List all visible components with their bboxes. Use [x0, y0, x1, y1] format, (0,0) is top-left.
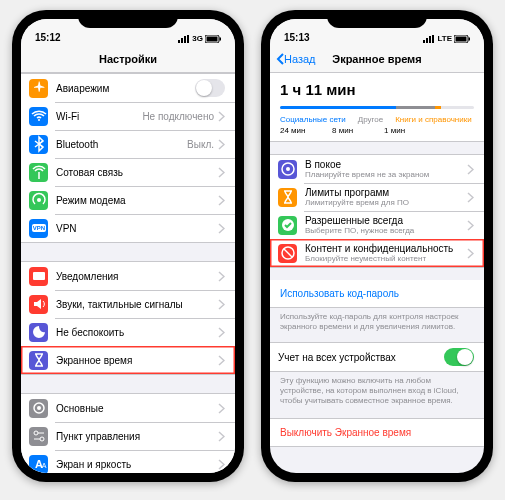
settings-row[interactable]: Основные: [21, 394, 235, 422]
legend-value: 24 мин: [280, 126, 320, 135]
row-title: Авиарежим: [56, 83, 195, 94]
signal-icon: [423, 35, 435, 43]
row-subtitle: Выберите ПО, нужное всегда: [305, 226, 467, 235]
settings-row[interactable]: Контент и конфиденциальностьБлокируйте н…: [270, 239, 484, 267]
notch: [327, 10, 427, 28]
settings-row[interactable]: Экранное время: [21, 346, 235, 374]
legend-label: Книги и справочники: [395, 115, 472, 124]
battery-icon: [205, 35, 221, 43]
settings-row[interactable]: Уведомления: [21, 262, 235, 290]
settings-row[interactable]: Лимиты программЛимитируйте время для ПО: [270, 183, 484, 211]
signal-icon: [178, 35, 190, 43]
svg-rect-25: [456, 36, 467, 41]
chevron-right-icon: [467, 220, 474, 231]
settings-row[interactable]: Разрешенные всегдаВыберите ПО, нужное вс…: [270, 211, 484, 239]
share-across-devices-row[interactable]: Учет на всех устройствах: [270, 343, 484, 371]
legend-label: Социальные сети: [280, 115, 346, 124]
use-passcode-link[interactable]: Использовать код-пароль: [270, 280, 484, 308]
svg-point-7: [38, 119, 40, 121]
wifi-icon: [29, 107, 48, 126]
phone-right: 15:13 LTE Назад Экранное время 1 ч 11 ми…: [261, 10, 493, 482]
chevron-right-icon: [218, 167, 225, 178]
settings-row[interactable]: Режим модема: [21, 186, 235, 214]
svg-rect-2: [184, 36, 186, 43]
usage-segment: [435, 106, 441, 109]
legend-value: 8 мин: [332, 126, 372, 135]
row-title: Экран и яркость: [56, 459, 218, 470]
chevron-right-icon: [218, 139, 225, 150]
svg-point-16: [40, 437, 44, 441]
chevron-right-icon: [218, 223, 225, 234]
chevron-right-icon: [218, 327, 225, 338]
settings-list[interactable]: Авиарежим Wi-Fi Не подключено Bluetooth …: [21, 73, 235, 473]
nav-header: Назад Экранное время: [270, 45, 484, 73]
settings-group: Уведомления Звуки, тактильные сигналы Не…: [21, 261, 235, 375]
screentime-options: В покоеПланируйте время не за экраном Ли…: [270, 154, 484, 268]
row-value: Выкл.: [187, 139, 214, 150]
toggle[interactable]: [195, 79, 225, 97]
turn-off-link[interactable]: Выключить Экранное время: [270, 418, 484, 447]
passcode-hint: Используйте код-пароль для контроля наст…: [270, 308, 484, 338]
settings-row[interactable]: Пункт управления: [21, 422, 235, 450]
row-subtitle: Блокируйте неуместный контент: [305, 254, 467, 263]
screen-right: 15:13 LTE Назад Экранное время 1 ч 11 ми…: [270, 19, 484, 473]
back-button[interactable]: Назад: [276, 53, 316, 65]
svg-rect-0: [178, 40, 180, 43]
cell-icon: [29, 163, 48, 182]
legend-value: 1 мин: [384, 126, 424, 135]
svg-point-8: [38, 172, 40, 174]
row-title: Экранное время: [56, 355, 218, 366]
row-title: Лимиты программ: [305, 187, 467, 198]
settings-row[interactable]: AA Экран и яркость: [21, 450, 235, 473]
row-title: В покое: [305, 159, 467, 170]
usage-segment: [280, 106, 396, 109]
row-title: Разрешенные всегда: [305, 215, 467, 226]
settings-group: Авиарежим Wi-Fi Не подключено Bluetooth …: [21, 73, 235, 243]
svg-point-28: [286, 167, 290, 171]
settings-row[interactable]: Wi-Fi Не подключено: [21, 102, 235, 130]
usage-values: 24 мин8 мин1 мин: [280, 126, 474, 135]
chevron-right-icon: [218, 459, 225, 470]
chevron-right-icon: [218, 271, 225, 282]
share-label: Учет на всех устройствах: [278, 352, 444, 363]
settings-row[interactable]: Bluetooth Выкл.: [21, 130, 235, 158]
settings-row[interactable]: VPN VPN: [21, 214, 235, 242]
bt-icon: [29, 135, 48, 154]
row-value: Не подключено: [142, 111, 214, 122]
back-label: Назад: [284, 53, 316, 65]
chevron-right-icon: [467, 248, 474, 259]
vpn-icon: VPN: [29, 219, 48, 238]
settings-row[interactable]: В покоеПланируйте время не за экраном: [270, 155, 484, 183]
svg-rect-26: [469, 37, 471, 40]
row-title: Не беспокоить: [56, 327, 218, 338]
usage-bar: [280, 106, 474, 109]
phone-left: 15:12 3G Настройки Авиарежим Wi-Fi Не по…: [12, 10, 244, 482]
usage-summary[interactable]: 1 ч 11 мин Социальные сетиДругоеКниги и …: [270, 73, 484, 142]
settings-row[interactable]: Сотовая связь: [21, 158, 235, 186]
row-title: Bluetooth: [56, 139, 187, 150]
nav-header: Настройки: [21, 45, 235, 73]
row-title: Wi-Fi: [56, 111, 142, 122]
display-icon: AA: [29, 455, 48, 474]
svg-rect-6: [220, 37, 222, 40]
total-time: 1 ч 11 мин: [280, 81, 474, 98]
usage-segment: [396, 106, 435, 109]
screen-left: 15:12 3G Настройки Авиарежим Wi-Fi Не по…: [21, 19, 235, 473]
svg-text:VPN: VPN: [32, 225, 44, 231]
svg-rect-20: [423, 40, 425, 43]
chevron-right-icon: [218, 355, 225, 366]
status-time: 15:12: [35, 32, 61, 43]
status-net: 3G: [192, 34, 203, 43]
settings-row[interactable]: Не беспокоить: [21, 318, 235, 346]
battery-icon: [454, 35, 470, 43]
screentime-content[interactable]: 1 ч 11 мин Социальные сетиДругоеКниги и …: [270, 73, 484, 473]
settings-row[interactable]: Звуки, тактильные сигналы: [21, 290, 235, 318]
status-net: LTE: [437, 34, 452, 43]
row-subtitle: Планируйте время не за экраном: [305, 170, 467, 179]
svg-rect-23: [432, 35, 434, 43]
svg-rect-3: [187, 35, 189, 43]
row-title: Контент и конфиденциальность: [305, 243, 467, 254]
share-toggle[interactable]: [444, 348, 474, 366]
check-icon: [278, 216, 297, 235]
settings-row[interactable]: Авиарежим: [21, 74, 235, 102]
